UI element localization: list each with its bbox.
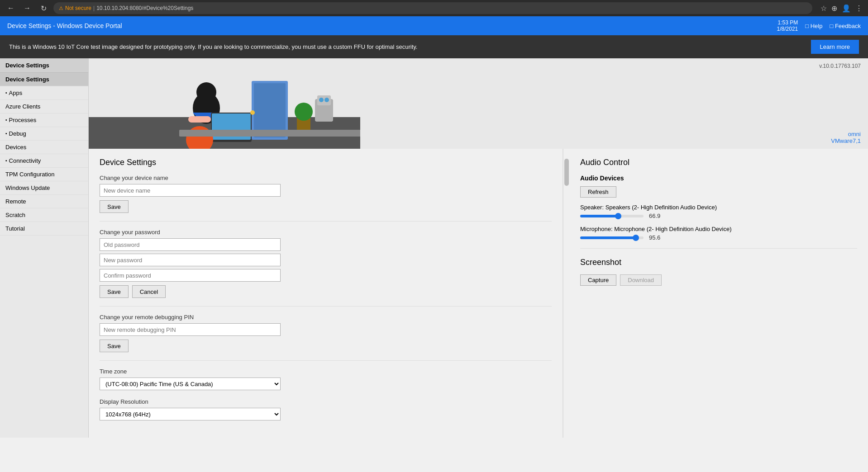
pin-save-button[interactable]: Save	[100, 340, 129, 352]
bullet-icon-processes: •	[5, 118, 7, 123]
header-time: 1:53 PM 1/8/2021	[777, 19, 798, 32]
svg-rect-3	[188, 116, 211, 123]
pin-input[interactable]	[100, 323, 281, 336]
bullet-icon: •	[5, 90, 7, 95]
address-url: 10.10.10.204:8080/#Device%20Settings	[96, 5, 193, 11]
svg-point-13	[319, 98, 324, 102]
username-link[interactable]: omni	[848, 131, 861, 137]
settings-title: Device Settings	[100, 158, 552, 167]
device-name-group: Change your device name Save	[100, 175, 552, 213]
pin-label: Change your remote debugging PIN	[100, 314, 552, 321]
sidebar-label-azure-clients: Azure Clients	[5, 103, 40, 110]
reload-button[interactable]: ↻	[37, 2, 50, 14]
svg-rect-7	[254, 83, 286, 137]
app-header: Device Settings - Windows Device Portal …	[0, 16, 868, 35]
sidebar-label-processes: Processes	[9, 117, 37, 123]
sidebar-item-connectivity[interactable]: • Connectivity	[0, 154, 88, 168]
device-name-input[interactable]	[100, 184, 281, 197]
hero-illustration	[89, 58, 360, 149]
speaker-value: 66.9	[649, 212, 660, 219]
screenshot-title: Screenshot	[580, 258, 857, 267]
hero-area: v.10.0.17763.107	[89, 58, 868, 149]
password-cancel-button[interactable]: Cancel	[132, 285, 166, 298]
sidebar-header: Device Settings	[0, 58, 88, 73]
app-title: Device Settings - Windows Device Portal	[7, 22, 122, 29]
sidebar-item-tpm[interactable]: TPM Configuration	[0, 168, 88, 181]
sidebar-item-device-settings[interactable]: Device Settings	[0, 73, 88, 86]
extension-button[interactable]: ⊕	[830, 3, 838, 14]
new-password-input[interactable]	[100, 254, 281, 266]
divider-1	[100, 221, 552, 222]
version-text: v.10.0.17763.107	[819, 63, 861, 69]
feedback-button[interactable]: □ Feedback	[830, 23, 861, 29]
address-bar[interactable]: ⚠ Not secure | 10.10.10.204:8080/#Device…	[53, 2, 812, 14]
refresh-button[interactable]: Refresh	[580, 186, 616, 198]
time-display: 1:53 PM	[777, 19, 798, 26]
sidebar-item-scratch[interactable]: Scratch	[0, 208, 88, 222]
audio-divider	[580, 248, 857, 249]
speaker-slider-thumb[interactable]	[615, 213, 621, 219]
device-link[interactable]: VMware7,1	[831, 137, 861, 144]
date-display: 1/8/2021	[777, 26, 798, 32]
download-button[interactable]: Download	[620, 274, 662, 286]
display-resolution-label: Display Resolution	[100, 398, 552, 405]
sidebar-item-remote[interactable]: Remote	[0, 195, 88, 208]
sidebar-item-windows-update[interactable]: Windows Update	[0, 181, 88, 195]
star-button[interactable]: ☆	[820, 3, 828, 14]
security-warning-text: Not secure	[65, 5, 91, 11]
forward-button[interactable]: →	[21, 2, 33, 14]
sidebar-label-scratch: Scratch	[5, 212, 25, 218]
scrollbar[interactable]	[563, 149, 569, 438]
device-name-save-button[interactable]: Save	[100, 200, 129, 213]
divider-2	[100, 306, 552, 307]
header-actions: 1:53 PM 1/8/2021 □ Help □ Feedback	[777, 19, 861, 32]
sidebar-item-processes[interactable]: • Processes	[0, 113, 88, 127]
audio-devices-label: Audio Devices	[580, 175, 857, 182]
microphone-slider-fill	[580, 236, 636, 239]
timezone-select[interactable]: (UTC-08:00) Pacific Time (US & Canada) (…	[100, 378, 281, 390]
screenshot-section: Screenshot Capture Download	[580, 258, 857, 286]
microphone-slider-thumb[interactable]	[633, 235, 639, 241]
hero-user-info: omni VMware7,1	[831, 131, 861, 144]
capture-button[interactable]: Capture	[580, 274, 616, 286]
password-save-button[interactable]: Save	[100, 285, 129, 298]
microphone-slider-track[interactable]	[580, 236, 644, 239]
sidebar-item-devices[interactable]: Devices	[0, 141, 88, 154]
browser-action-buttons: ☆ ⊕ 👤 ⋮	[820, 3, 863, 14]
svg-point-14	[324, 98, 329, 102]
learn-more-button[interactable]: Learn more	[811, 40, 859, 54]
svg-point-2	[196, 82, 216, 102]
svg-point-10	[295, 103, 313, 121]
confirm-password-input[interactable]	[100, 269, 281, 282]
sidebar-label-connectivity: Connectivity	[9, 157, 41, 164]
sidebar-item-apps[interactable]: • Apps	[0, 86, 88, 100]
help-button[interactable]: □ Help	[805, 23, 822, 29]
display-resolution-select[interactable]: 1024x768 (64Hz) 1280x720 (60Hz) 1920x108…	[100, 408, 281, 420]
menu-button[interactable]: ⋮	[854, 3, 863, 14]
old-password-input[interactable]	[100, 238, 281, 251]
back-button[interactable]: ←	[5, 2, 17, 14]
browser-chrome: ← → ↻ ⚠ Not secure | 10.10.10.204:8080/#…	[0, 0, 868, 16]
screenshot-buttons: Capture Download	[580, 274, 857, 286]
sidebar-label-devices: Devices	[5, 144, 26, 151]
sidebar-label-device-settings: Device Settings	[5, 76, 49, 83]
settings-panel: Device Settings Change your device name …	[89, 149, 563, 438]
microphone-slider-row: 95.6	[580, 234, 857, 241]
scrollbar-thumb[interactable]	[564, 159, 569, 186]
user-button[interactable]: 👤	[841, 3, 852, 14]
device-name-label: Change your device name	[100, 175, 552, 181]
microphone-label: Microphone: Microphone (2- High Definiti…	[580, 226, 857, 232]
sidebar-item-azure-clients[interactable]: Azure Clients	[0, 100, 88, 113]
sidebar-item-debug[interactable]: • Debug	[0, 127, 88, 141]
security-warning-icon: ⚠	[59, 5, 63, 11]
sidebar-item-tutorial[interactable]: Tutorial	[0, 222, 88, 236]
timezone-group: Time zone (UTC-08:00) Pacific Time (US &…	[100, 368, 552, 390]
bullet-icon-connectivity: •	[5, 158, 7, 163]
address-separator: |	[93, 5, 95, 11]
warning-banner: This is a Windows 10 IoT Core test image…	[0, 35, 868, 58]
panels-area: Device Settings Change your device name …	[89, 149, 868, 438]
svg-point-8	[250, 110, 255, 115]
sidebar-label-tpm: TPM Configuration	[5, 171, 54, 178]
speaker-slider-track[interactable]	[580, 215, 644, 217]
password-group: Change your password Save Cancel	[100, 229, 552, 298]
